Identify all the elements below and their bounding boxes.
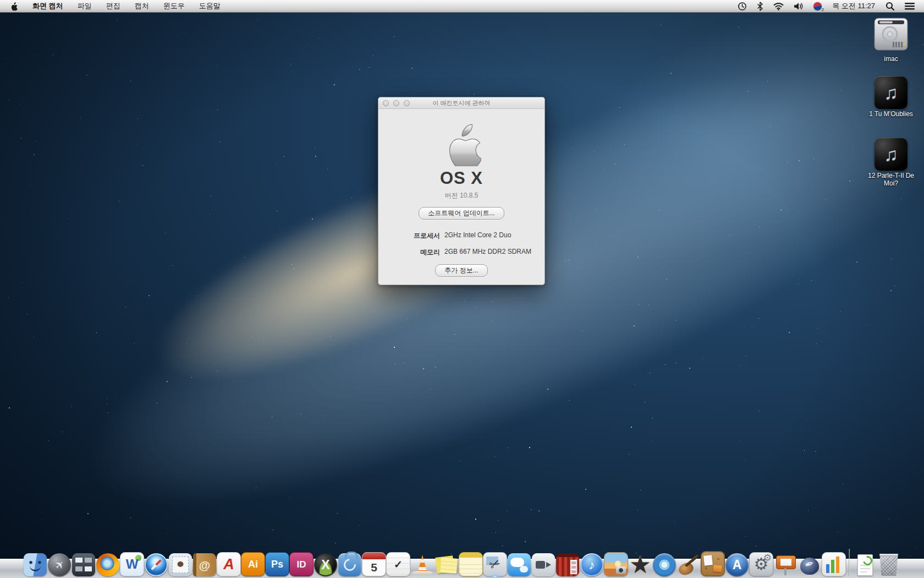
tasks-app-icon[interactable]: ✓ (386, 551, 410, 576)
facetime-icon[interactable] (531, 551, 556, 576)
screen-capture-grab-icon[interactable]: ✂ (483, 551, 507, 576)
calendar-icon: 5 (362, 552, 386, 576)
more-info-button[interactable]: 추가 정보... (435, 264, 487, 277)
desktop-icon-label: imac (858, 56, 924, 63)
volume-menu-extra[interactable] (789, 0, 809, 12)
desktop-icon-label: 12 Parle-T-Il De Moi? (861, 172, 921, 188)
keynote-icon[interactable] (773, 551, 798, 576)
pages-icon[interactable]: ✒ (798, 551, 822, 576)
os-name: OS X (440, 168, 483, 188)
apple-logo-icon (10, 2, 18, 11)
illustrator-icon[interactable]: Ai (241, 551, 265, 576)
photo-booth-icon (556, 553, 579, 576)
calendar-icon[interactable]: 5 (362, 551, 386, 576)
mail-icon[interactable] (168, 551, 193, 576)
menu-item[interactable]: 윈도우 (156, 0, 192, 12)
vignette (0, 0, 924, 578)
menu-item[interactable]: 파일 (70, 0, 99, 12)
vlc-icon[interactable] (410, 551, 435, 576)
finder-icon[interactable] (23, 551, 47, 576)
korean-input-menu-extra[interactable]: 2 (809, 0, 827, 12)
menu-item[interactable]: 편집 (99, 0, 128, 12)
system-preferences-icon: ⚙ (749, 552, 773, 576)
iweb-icon (701, 551, 725, 576)
vlc-icon (411, 553, 434, 576)
safari-icon[interactable] (144, 551, 168, 576)
menu-items: 화면 캡처파일편집캡처윈도우도움말 (25, 0, 228, 12)
notes-icon[interactable] (459, 551, 483, 576)
pages-icon: ✒ (798, 553, 821, 576)
numbers-icon[interactable] (822, 551, 846, 576)
firefox-icon[interactable] (96, 551, 120, 576)
tasks-app-icon: ✓ (386, 552, 410, 576)
dock-divider (849, 549, 850, 576)
photo-booth-icon[interactable] (556, 551, 580, 576)
blue-case-app-icon[interactable] (338, 551, 362, 576)
notes-icon (459, 552, 483, 576)
menu-clock[interactable]: 목 오전 11:27 (827, 1, 881, 11)
itunes-icon[interactable]: ♪ (580, 551, 604, 576)
os-version: 버전 10.8.5 (445, 191, 479, 200)
desktop-icon-music-file-2[interactable]: ♫ 12 Parle-T-Il De Moi? (858, 138, 924, 188)
contacts-icon[interactable]: @ (193, 551, 217, 576)
system-preferences-icon[interactable]: ⚙ (749, 551, 773, 576)
window-titlebar[interactable]: 이 매킨토시에 관하여 (378, 97, 544, 109)
facetime-icon (532, 553, 555, 576)
processor-value: 2GHz Intel Core 2 Duo (444, 231, 531, 241)
menu-item[interactable]: 캡처 (128, 0, 156, 12)
firefox-icon (96, 553, 119, 576)
messages-icon[interactable] (507, 551, 531, 576)
document-stack-icon (853, 553, 876, 576)
imovie-icon: ★ (629, 553, 652, 576)
software-update-button[interactable]: 소프트웨어 업데이트... (419, 207, 504, 220)
messages-icon (508, 553, 531, 576)
blue-case-app-icon (338, 553, 361, 576)
memory-label: 메모리 (392, 248, 440, 257)
korean-input-badge: 2 (822, 7, 824, 12)
menu-app-name[interactable]: 화면 캡처 (25, 0, 70, 12)
finder-icon (24, 553, 47, 576)
zoom-button[interactable] (404, 100, 410, 106)
idvd-icon[interactable] (652, 551, 676, 576)
numbers-icon (822, 552, 846, 576)
bluetooth-menu-extra[interactable] (752, 0, 768, 12)
app-store-icon[interactable]: A (725, 551, 749, 576)
w-globe-app-icon[interactable]: W (120, 551, 144, 576)
idvd-icon (653, 553, 676, 576)
itunes-icon: ♪ (580, 553, 603, 576)
wifi-menu-extra[interactable] (768, 0, 789, 12)
screen-capture-grab-icon: ✂ (483, 552, 507, 576)
x-media-app-icon[interactable]: X (314, 551, 338, 576)
launchpad-icon[interactable]: ✈ (47, 551, 72, 576)
apple-menu[interactable] (0, 0, 25, 12)
notification-list-icon (905, 2, 915, 10)
indesign-icon[interactable]: ID (289, 551, 314, 576)
menu-bar: 화면 캡처파일편집캡처윈도우도움말 (0, 0, 924, 13)
korean-input-icon: 2 (813, 2, 822, 10)
mission-control-icon[interactable] (72, 551, 96, 576)
close-button[interactable] (383, 100, 389, 106)
keynote-icon (774, 553, 797, 576)
launchpad-icon: ✈ (48, 553, 71, 576)
trash-icon[interactable] (877, 551, 901, 576)
bluetooth-icon (757, 2, 763, 11)
stickies-icon[interactable] (435, 551, 459, 576)
about-this-mac-window: 이 매킨토시에 관하여 OS X 버전 10.8.5 소프트웨어 업데이트... (378, 97, 545, 285)
photoshop-icon[interactable]: Ps (265, 551, 289, 576)
contacts-icon: @ (193, 553, 216, 576)
iweb-icon[interactable] (701, 551, 725, 576)
photoshop-icon: Ps (265, 552, 289, 576)
garageband-icon[interactable] (676, 551, 701, 576)
notification-center-menu-extra[interactable] (900, 0, 920, 12)
apple-logo-large-icon (442, 121, 481, 166)
document-stack-icon[interactable] (853, 551, 877, 576)
spotlight-menu-extra[interactable] (881, 0, 900, 12)
time-machine-menu-extra[interactable] (733, 0, 752, 12)
imovie-icon[interactable]: ★ (628, 551, 652, 576)
iphoto-icon[interactable] (604, 551, 628, 576)
menu-item[interactable]: 도움말 (192, 0, 228, 12)
desktop-icon-hard-drive[interactable]: imac (858, 17, 924, 63)
desktop-icon-music-file-1[interactable]: ♫ 1 Tu M'Oublies (858, 76, 924, 118)
adobe-reader-icon[interactable]: A (217, 551, 241, 576)
minimize-button[interactable] (393, 100, 399, 106)
